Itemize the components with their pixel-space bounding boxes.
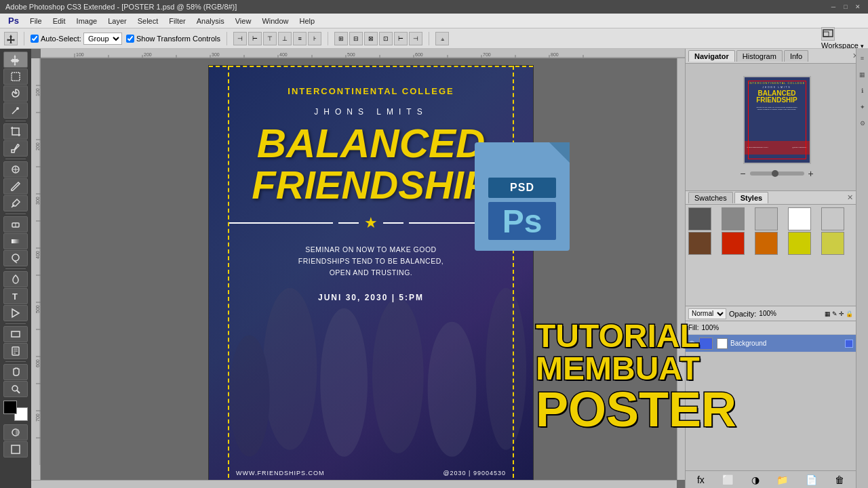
lock-transparent-btn[interactable]: ▦ [825,310,831,317]
layers-bottom-bar: fx ⬜ ◑ 📁 📄 🗑 [686,470,856,488]
new-group-btn[interactable]: 📁 [776,474,788,485]
zoom-in-btn[interactable]: + [808,168,814,179]
swatch-5[interactable] [821,207,844,230]
eraser-tool-btn[interactable] [3,216,28,232]
swatch-3[interactable] [755,207,778,230]
distrib-v-btn[interactable]: ⊟ [349,32,363,45]
menu-edit[interactable]: Edit [47,16,71,26]
pen-tool-btn[interactable] [3,271,28,287]
color-swatches [3,401,28,421]
path-select-btn[interactable] [3,305,28,321]
fx-btn[interactable]: fx [697,474,705,485]
selection-tool-btn[interactable] [3,68,28,85]
tab-info[interactable]: Info [784,50,808,62]
menu-analysis[interactable]: Analysis [191,16,230,26]
align-vmid-btn[interactable]: ≡ [293,32,307,45]
autoselect-dropdown[interactable]: Group Layer [83,33,122,45]
toolbar-sep-3 [328,32,328,45]
autoselect-checkbox[interactable] [31,35,39,43]
blur-tool-btn[interactable] [3,250,28,266]
quick-mask-btn[interactable] [3,424,28,441]
menu-image[interactable]: Image [71,16,103,26]
menu-file[interactable]: File [24,16,47,26]
close-btn[interactable]: ✕ [853,2,863,12]
menu-layer[interactable]: Layer [102,16,132,26]
right-icon-5[interactable]: ✦ [857,100,868,114]
distrib-5-btn[interactable]: ⊢ [394,32,408,45]
distrib-6-btn[interactable]: ⊣ [409,32,422,45]
swatch-8[interactable] [755,232,778,255]
stamp-tool-btn[interactable] [3,195,28,211]
menu-filter[interactable]: Filter [163,16,191,26]
swatch-10[interactable] [821,232,844,255]
gradient-tool-btn[interactable] [3,233,28,249]
move-tool-icon[interactable] [4,32,18,45]
menu-view[interactable]: View [230,16,257,26]
right-icon-info[interactable]: ℹ [857,84,868,98]
show-transform-checkbox[interactable] [126,35,134,43]
magic-wand-btn[interactable] [3,102,28,119]
align-center-btn[interactable]: ⊢ [248,32,262,45]
svg-text:600: 600 [415,52,423,57]
styles-content [686,205,856,258]
add-mask-btn[interactable]: ⬜ [722,474,734,485]
tab-swatches[interactable]: Swatches [688,192,733,203]
move-tool-btn[interactable] [3,52,28,68]
svg-text:700: 700 [35,413,40,422]
tab-styles[interactable]: Styles [734,192,768,203]
screen-mode-btn[interactable] [3,441,28,458]
fg-color[interactable] [3,401,17,414]
right-icon-hist[interactable]: ▦ [857,68,868,81]
swatch-7[interactable] [722,232,745,255]
notes-tool-btn[interactable] [3,343,28,359]
minimize-btn[interactable]: ─ [829,2,838,12]
workspace-icon[interactable] [821,27,835,41]
align-top-btn[interactable]: ⊥ [278,32,292,45]
zoom-tool-btn[interactable] [3,381,28,397]
svg-rect-4 [12,73,20,81]
maximize-btn[interactable]: □ [841,2,850,12]
menu-ps[interactable]: Ps [3,14,24,27]
psd-paper: PSD Ps [475,142,570,251]
swatch-9[interactable] [788,232,811,255]
swatch-2[interactable] [722,207,745,230]
distrib-h-btn[interactable]: ⊞ [334,32,348,45]
menu-select[interactable]: Select [132,16,164,26]
zoom-slider[interactable] [750,171,804,176]
align-left-btn[interactable]: ⊣ [233,32,247,45]
align-right-btn[interactable]: ⊤ [263,32,277,45]
horizontal-scrollbar[interactable] [31,480,677,488]
toolbar-sep-1 [24,32,24,45]
adj-layer-btn[interactable]: ◑ [751,474,760,485]
distrib-3-btn[interactable]: ⊠ [364,32,378,45]
lock-position-btn[interactable]: ✛ [839,310,844,317]
align-bottom-btn[interactable]: ⊦ [308,32,321,45]
eyedropper-btn[interactable] [3,140,28,157]
styles-panel-close[interactable]: ✕ [847,193,853,202]
menu-window[interactable]: Window [256,16,294,26]
healing-brush-btn[interactable] [3,161,28,178]
zoom-out-btn[interactable]: − [740,168,745,179]
brush-tool-btn[interactable] [3,178,28,195]
extra-btn[interactable]: ⟁ [435,32,449,45]
right-icon-6[interactable]: ⚙ [857,117,868,130]
svg-text:200: 200 [144,52,152,57]
new-layer-btn[interactable]: 📄 [806,474,817,485]
text-tool-btn[interactable]: T [3,288,28,304]
hand-tool-btn[interactable] [3,364,28,380]
lock-pixels-btn[interactable]: ✎ [832,310,837,317]
swatch-1[interactable] [688,207,711,230]
lasso-tool-btn[interactable] [3,85,28,102]
swatch-6[interactable] [688,232,711,255]
shape-tool-btn[interactable] [3,326,28,342]
crop-tool-btn[interactable] [3,123,28,140]
swatch-4[interactable] [788,207,811,230]
distrib-4-btn[interactable]: ⊡ [379,32,393,45]
tab-navigator[interactable]: Navigator [688,50,735,62]
layers-toolbar: Normal Multiply Screen Opacity: 100% ▦ ✎… [686,306,856,321]
tab-histogram[interactable]: Histogram [736,50,783,62]
menu-help[interactable]: Help [294,16,321,26]
delete-layer-btn[interactable]: 🗑 [835,474,844,485]
right-icon-nav[interactable]: ≡ [857,52,868,65]
lock-all-btn[interactable]: 🔒 [846,310,853,317]
